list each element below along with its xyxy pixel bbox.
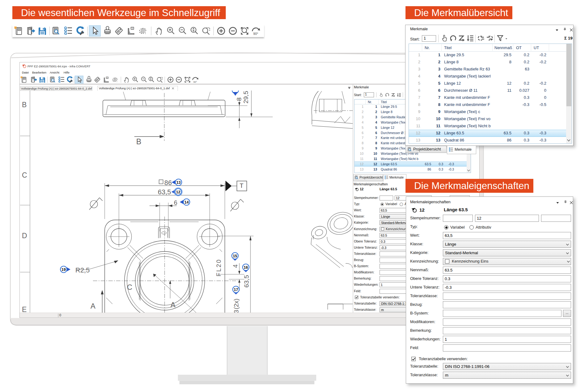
svg-text:B: B [22, 101, 27, 109]
svg-text:E: E [22, 306, 27, 313]
svg-text:6: 6 [174, 199, 177, 206]
svg-text:B: B [136, 137, 141, 146]
svg-text:C: C [22, 171, 27, 179]
svg-text:63,5: 63,5 [243, 275, 250, 288]
svg-text:12: 12 [176, 190, 180, 194]
svg-text:86: 86 [164, 179, 172, 187]
svg-text:14: 14 [184, 200, 189, 204]
svg-text:8: 8 [235, 97, 242, 101]
svg-text:A: A [90, 302, 95, 310]
svg-text:R2,5: R2,5 [75, 266, 90, 274]
svg-text:19: 19 [61, 268, 66, 272]
svg-text:16: 16 [244, 265, 248, 270]
svg-text:29,5: 29,5 [242, 91, 249, 103]
svg-text:D: D [22, 232, 27, 240]
svg-text:3: 3 [233, 310, 240, 313]
svg-text:T: T [240, 182, 243, 189]
svg-text:A: A [170, 301, 175, 309]
svg-text:C: C [127, 283, 132, 291]
svg-text:(2x): (2x) [233, 299, 240, 309]
svg-text:FL20: FL20 [215, 259, 222, 276]
svg-text:4: 4 [232, 264, 239, 268]
svg-text:15: 15 [233, 254, 237, 258]
svg-text:17: 17 [234, 288, 238, 292]
svg-text:13: 13 [176, 180, 181, 185]
svg-text:63,5: 63,5 [158, 188, 171, 196]
